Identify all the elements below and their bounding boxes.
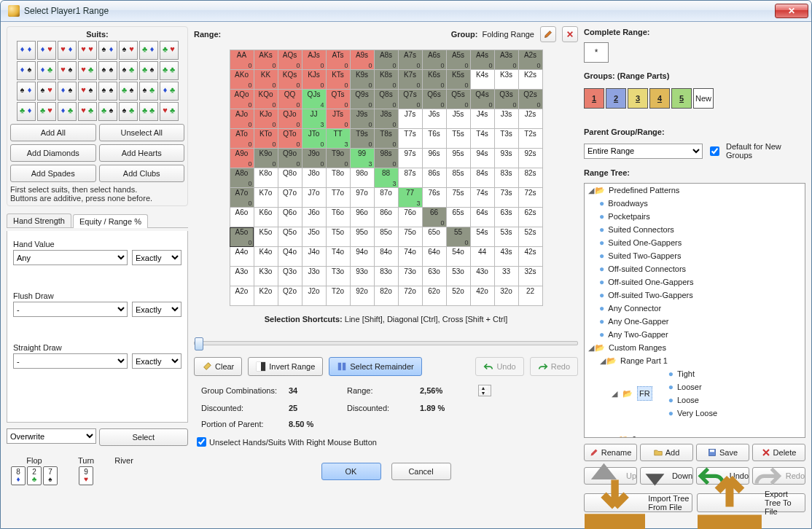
hand-cell[interactable]: J3s [494, 109, 518, 129]
hand-cell[interactable]: 883 [374, 168, 398, 188]
tree-item[interactable]: ● Pocketpairs [599, 210, 805, 223]
save-button[interactable]: Save [696, 444, 749, 461]
overwrite-select[interactable]: Overwrite [7, 428, 96, 444]
suit-tile[interactable]: ♣♣ [160, 61, 179, 80]
hand-cell[interactable]: Q4o [278, 247, 302, 267]
hand-cell[interactable]: KTo0 [254, 129, 278, 149]
group-chip[interactable]: 3 [628, 88, 648, 109]
range-slider[interactable] [194, 334, 578, 350]
redo-button[interactable]: Redo [530, 357, 578, 376]
hand-cell[interactable]: 76o [398, 208, 422, 227]
hand-cell[interactable]: K5o [254, 227, 278, 247]
river-cards[interactable] [117, 466, 130, 484]
hand-cell[interactable]: Q6s0 [422, 90, 446, 109]
hand-cell[interactable]: AKo0 [230, 70, 254, 90]
hand-cell[interactable]: K4o [254, 247, 278, 267]
group-chip-new[interactable]: New [693, 88, 714, 109]
hand-cell[interactable]: K4s [470, 70, 494, 90]
hand-cell[interactable]: QJo0 [278, 109, 302, 129]
hand-cell[interactable]: K9s0 [350, 70, 374, 90]
suit-tile[interactable]: ♥♣ [160, 102, 179, 121]
hand-cell[interactable]: J9o0 [302, 149, 326, 168]
hand-cell[interactable]: K2s [518, 70, 542, 90]
hand-cell[interactable]: 76s [422, 188, 446, 208]
hand-cell[interactable]: T6o [326, 208, 350, 227]
hand-cell[interactable]: A7o0 [230, 188, 254, 208]
hand-cell[interactable]: KK0 [254, 70, 278, 90]
hand-cell[interactable]: K7s0 [398, 70, 422, 90]
invert-range-button[interactable]: Invert Range [248, 357, 323, 376]
hand-cell[interactable]: 52o [446, 286, 470, 306]
board-card[interactable]: 7♠ [43, 466, 58, 485]
hand-cell[interactable]: 63s [494, 208, 518, 227]
hand-cell[interactable]: Q7o [278, 188, 302, 208]
hand-cell[interactable]: 74s [470, 188, 494, 208]
hand-cell[interactable]: 96o [350, 208, 374, 227]
tree-item[interactable]: ● Loose [668, 393, 719, 407]
turn-cards[interactable]: 9♥ [79, 466, 93, 485]
hand-cell[interactable]: 43s [494, 247, 518, 267]
hand-cell[interactable]: 97o [350, 188, 374, 208]
suit-tile[interactable]: ♠♥ [37, 82, 56, 101]
hand-cell[interactable]: Q3o [278, 267, 302, 286]
hand-cell[interactable]: J9s0 [350, 109, 374, 129]
hand-cell[interactable]: K7o [254, 188, 278, 208]
hand-cell[interactable]: A8s0 [374, 50, 398, 70]
hand-cell[interactable]: AQo0 [230, 90, 254, 109]
hand-cell[interactable]: 95o [350, 227, 374, 247]
hand-cell[interactable]: 74o [398, 247, 422, 267]
down-button[interactable]: Down [640, 467, 693, 485]
hand-cell[interactable]: K3o [254, 267, 278, 286]
hand-cell[interactable]: J8o [302, 168, 326, 188]
tree-item[interactable]: ● Off-suited Two-Gappers [599, 289, 805, 302]
hand-cell[interactable]: 93o [350, 267, 374, 286]
suit-tile[interactable]: ♦♦ [17, 41, 36, 60]
tree-item[interactable]: ● Looser [668, 380, 719, 393]
hand-cell[interactable]: A4o [230, 247, 254, 267]
hand-cell[interactable]: Q8s0 [374, 90, 398, 109]
ok-button[interactable]: OK [321, 463, 381, 480]
hand-cell[interactable]: 86o [374, 208, 398, 227]
tree-item[interactable]: ● Very Loose [668, 407, 719, 420]
hand-cell[interactable]: T3o [326, 267, 350, 286]
hand-cell[interactable]: 86s [422, 168, 446, 188]
suit-tile[interactable]: ♣♦ [17, 102, 36, 121]
hand-cell[interactable]: JTs0 [326, 109, 350, 129]
hand-value-select[interactable]: Any [13, 250, 128, 265]
hand-cell[interactable]: J6s [422, 109, 446, 129]
hand-cell[interactable]: T7o [326, 188, 350, 208]
group-chip[interactable]: 2 [606, 88, 626, 109]
add-hearts-button[interactable]: Add Hearts [99, 144, 185, 162]
hand-cell[interactable]: KQo0 [254, 90, 278, 109]
suit-tile[interactable]: ♠♠ [98, 61, 117, 80]
hand-cell[interactable]: TT3 [326, 129, 350, 149]
hand-cell[interactable]: KTs0 [326, 70, 350, 90]
suit-tile[interactable]: ♥♠ [58, 61, 77, 80]
hand-cell[interactable]: 660 [422, 208, 446, 227]
tree-folder[interactable]: ◢📂 Custom Ranges◢📂 Range Part 1◢📂 FR● Ti… [587, 341, 805, 438]
hand-cell[interactable]: T4s [470, 129, 494, 149]
suit-tile[interactable]: ♣♦ [139, 41, 158, 60]
flop-cards[interactable]: 8♦2♣7♠ [11, 466, 58, 485]
hand-cell[interactable]: 94s [470, 149, 494, 168]
edit-group-button[interactable] [540, 26, 556, 42]
suit-tile[interactable]: ♣♠ [119, 82, 138, 101]
tree-item[interactable]: ● Suited One-Gappers [599, 236, 805, 249]
hand-cell[interactable]: 42o [470, 286, 494, 306]
suit-tile[interactable]: ♣♥ [37, 102, 56, 121]
add-spades-button[interactable]: Add Spades [10, 165, 96, 182]
suit-tile[interactable]: ♣♣ [139, 102, 158, 121]
hand-cell[interactable]: T9s0 [350, 129, 374, 149]
suits-grid[interactable]: ♦♦♦♥♥♦♥♥♠♦♠♥♣♦♣♥♦♠♦♣♥♠♥♣♠♠♠♣♣♠♣♣♠♦♠♥♦♠♥♠… [10, 41, 184, 121]
suit-tile[interactable]: ♣♠ [139, 61, 158, 80]
tree-folder[interactable]: ◢📂 Predefined Patterns● Broadways● Pocke… [587, 184, 805, 341]
hand-cell[interactable]: 73o [398, 267, 422, 286]
suit-tile[interactable]: ♠♠ [98, 82, 117, 101]
suit-tile[interactable]: ♥♠ [78, 82, 97, 101]
tab-hand-strength[interactable]: Hand Strength [7, 213, 71, 227]
hand-cell[interactable]: T8o [326, 168, 350, 188]
hand-cell[interactable]: Q4s0 [470, 90, 494, 109]
hand-cell[interactable]: KJo0 [254, 109, 278, 129]
board-card[interactable]: 8♦ [11, 466, 26, 485]
hand-cell[interactable]: A9s0 [350, 50, 374, 70]
